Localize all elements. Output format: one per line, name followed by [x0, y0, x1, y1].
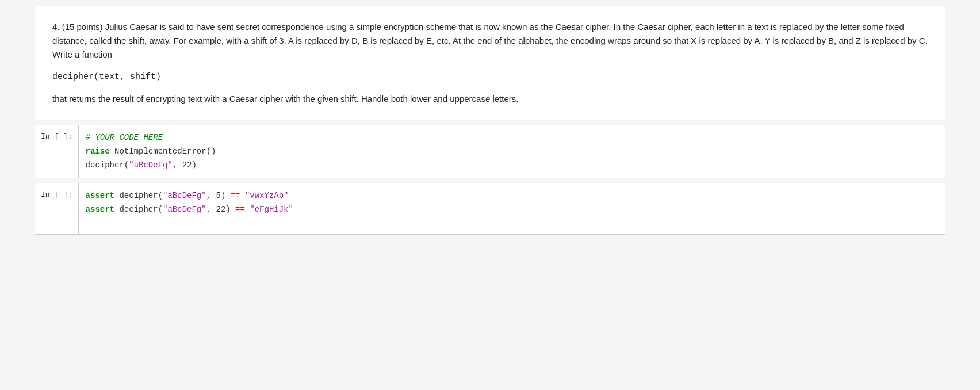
cell-code-1[interactable]: # YOUR CODE HERE raise NotImplementedErr… — [78, 125, 945, 178]
assert-op-2: == — [231, 205, 245, 214]
assert-keyword-2: assert — [86, 205, 114, 214]
decipher-func: decipher( — [86, 160, 129, 170]
decipher-string: "aBcDeFg" — [129, 160, 173, 170]
assert-func-1: decipher( — [114, 191, 163, 200]
raise-rest: NotImplementedError() — [110, 147, 216, 156]
code-line-raise: raise NotImplementedError() — [86, 145, 938, 159]
function-signature: decipher(text, shift) — [52, 72, 928, 82]
question-block: 4. (15 points) Julius Caesar is said to … — [35, 6, 945, 120]
question-body-text: Julius Caesar is said to have sent secre… — [52, 22, 928, 59]
question-number: 4. (15 points) — [52, 22, 105, 32]
code-cell-2[interactable]: In [ ]: assert decipher("aBcDeFg", 5) ==… — [35, 183, 945, 235]
cell-label-1: In [ ]: — [35, 125, 78, 178]
code-cell-1[interactable]: In [ ]: # YOUR CODE HERE raise NotImplem… — [35, 125, 945, 178]
decipher-rest: , 22) — [173, 160, 197, 170]
page-container: 4. (15 points) Julius Caesar is said to … — [0, 0, 980, 240]
assert-keyword-1: assert — [86, 191, 114, 200]
assert-func-2: decipher( — [114, 205, 163, 214]
code-line-decipher: decipher("aBcDeFg", 22) — [86, 159, 938, 173]
assert-string-1: "aBcDeFg" — [163, 191, 206, 200]
assert-num-2: , 22) — [206, 205, 231, 214]
assert-num-1: , 5) — [206, 191, 226, 200]
return-text: that returns the result of encrypting te… — [52, 92, 928, 106]
comment-text: # YOUR CODE HERE — [86, 133, 163, 142]
code-line-comment: # YOUR CODE HERE — [86, 131, 938, 145]
assert-line-1: assert decipher("aBcDeFg", 5) == "vWxYzA… — [86, 189, 938, 203]
cell-label-2: In [ ]: — [35, 183, 78, 234]
raise-keyword: raise — [86, 147, 110, 156]
question-text: 4. (15 points) Julius Caesar is said to … — [52, 20, 928, 62]
assert-op-1: == — [225, 191, 240, 200]
assert-result-1: "vWxYzAb" — [240, 191, 289, 200]
assert-result-2: "eFgHiJk" — [245, 205, 293, 214]
assert-string-2: "aBcDeFg" — [163, 205, 206, 214]
cell-code-2[interactable]: assert decipher("aBcDeFg", 5) == "vWxYzA… — [78, 183, 945, 234]
assert-line-2: assert decipher("aBcDeFg", 22) == "eFgHi… — [86, 203, 938, 217]
